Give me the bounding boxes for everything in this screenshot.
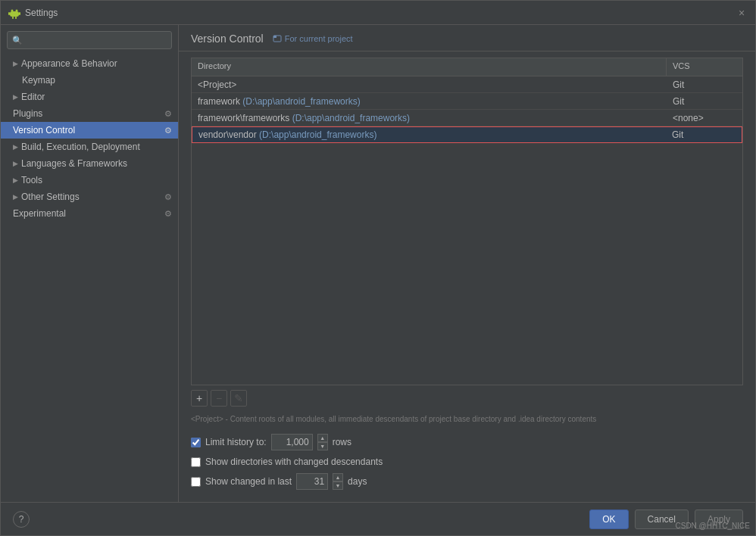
table-cell-vcs: Git bbox=[666, 127, 742, 142]
sidebar-item-version-control[interactable]: Version Control ⚙ bbox=[1, 122, 178, 139]
help-button[interactable]: ? bbox=[13, 511, 30, 528]
title-bar: Settings × bbox=[1, 1, 755, 25]
dir-name: <Project> bbox=[198, 79, 236, 90]
apply-button[interactable]: Apply bbox=[695, 510, 743, 529]
sidebar-item-languages[interactable]: ▶ Languages & Frameworks bbox=[1, 155, 178, 172]
dir-name: framework\frameworks bbox=[198, 113, 289, 123]
spinner-down[interactable]: ▼ bbox=[333, 481, 343, 490]
sidebar-item-build[interactable]: ▶ Build, Execution, Deployment bbox=[1, 139, 178, 155]
show-changed-option: Show changed in last ▲ ▼ days bbox=[191, 473, 743, 490]
svg-rect-6 bbox=[15, 17, 17, 19]
search-icon: 🔍 bbox=[12, 36, 23, 45]
bottom-bar: ? OK Cancel Apply bbox=[1, 502, 755, 535]
svg-rect-4 bbox=[19, 12, 20, 15]
subtitle-label: For current project bbox=[285, 34, 353, 43]
limit-history-option: Limit history to: ▲ ▼ rows bbox=[191, 434, 743, 450]
sidebar-item-label: Plugins bbox=[13, 108, 161, 119]
config-icon: ⚙ bbox=[164, 209, 172, 219]
config-icon: ⚙ bbox=[164, 126, 172, 136]
dialog-title: Settings bbox=[25, 8, 736, 18]
table-cell-directory: vendor\vendor (D:\app\android_frameworks… bbox=[192, 127, 666, 142]
table-cell-directory: framework (D:\app\android_frameworks) bbox=[192, 94, 667, 109]
content-subtitle: For current project bbox=[273, 34, 353, 43]
table-row[interactable]: framework (D:\app\android_frameworks) Gi… bbox=[192, 93, 742, 110]
table-cell-directory: framework\frameworks (D:\app\android_fra… bbox=[192, 111, 667, 126]
sidebar-item-other[interactable]: ▶ Other Settings ⚙ bbox=[1, 189, 178, 205]
table-header: Directory VCS bbox=[192, 58, 742, 76]
column-header-directory: Directory bbox=[192, 58, 667, 76]
vcs-table: Directory VCS <Project> Git framework (D… bbox=[191, 58, 743, 385]
limit-history-input[interactable] bbox=[271, 434, 313, 450]
table-cell-vcs: Git bbox=[667, 77, 742, 92]
sidebar-item-label: Experimental bbox=[13, 208, 161, 219]
expand-arrow: ▶ bbox=[13, 193, 18, 201]
dialog-body: 🔍 ▶ Appearance & Behavior Keymap ▶ Edito… bbox=[1, 25, 755, 502]
limit-history-suffix: rows bbox=[333, 437, 351, 447]
options-area: Limit history to: ▲ ▼ rows Show director… bbox=[179, 428, 755, 502]
sidebar: 🔍 ▶ Appearance & Behavior Keymap ▶ Edito… bbox=[1, 25, 179, 502]
dir-path: (D:\app\android_frameworks) bbox=[289, 113, 410, 123]
column-header-vcs: VCS bbox=[667, 58, 742, 76]
search-box[interactable]: 🔍 bbox=[7, 31, 172, 49]
table-cell-vcs: Git bbox=[667, 94, 742, 109]
show-directories-label: Show directories with changed descendant… bbox=[205, 457, 383, 467]
sidebar-item-label: Build, Execution, Deployment bbox=[21, 142, 172, 152]
sidebar-item-keymap[interactable]: Keymap bbox=[1, 72, 178, 89]
expand-arrow: ▶ bbox=[13, 176, 18, 184]
hint-text: <Project> - Content roots of all modules… bbox=[179, 411, 755, 428]
sidebar-item-plugins[interactable]: Plugins ⚙ bbox=[1, 105, 178, 122]
show-changed-input[interactable] bbox=[296, 473, 328, 490]
table-cell-directory: <Project> bbox=[192, 77, 667, 92]
sidebar-item-editor[interactable]: ▶ Editor bbox=[1, 89, 178, 105]
sidebar-item-label: Other Settings bbox=[21, 192, 161, 202]
add-button[interactable]: + bbox=[191, 390, 208, 407]
dir-path: (D:\app\android_frameworks) bbox=[257, 129, 377, 140]
dir-name: vendor\vendor bbox=[198, 129, 257, 140]
table-toolbar: + − ✎ bbox=[179, 385, 755, 411]
expand-arrow: ▶ bbox=[13, 143, 18, 151]
edit-button[interactable]: ✎ bbox=[230, 390, 247, 407]
limit-history-label: Limit history to: bbox=[205, 437, 267, 447]
close-button[interactable]: × bbox=[736, 7, 748, 19]
spinner-up[interactable]: ▲ bbox=[317, 434, 328, 442]
config-icon: ⚙ bbox=[164, 192, 172, 202]
dir-path: (D:\app\android_frameworks) bbox=[240, 96, 361, 107]
content-area: Version Control For current project Dire… bbox=[179, 25, 755, 502]
table-row-selected[interactable]: vendor\vendor (D:\app\android_frameworks… bbox=[192, 126, 742, 143]
cancel-button[interactable]: Cancel bbox=[635, 510, 689, 529]
sidebar-item-experimental[interactable]: Experimental ⚙ bbox=[1, 205, 178, 222]
sidebar-item-tools[interactable]: ▶ Tools bbox=[1, 172, 178, 189]
svg-rect-3 bbox=[8, 12, 10, 15]
sidebar-item-label: Keymap bbox=[22, 75, 172, 86]
table-row[interactable]: framework\frameworks (D:\app\android_fra… bbox=[192, 110, 742, 126]
spinner-up[interactable]: ▲ bbox=[333, 473, 343, 481]
svg-rect-2 bbox=[10, 11, 19, 17]
ok-button[interactable]: OK bbox=[589, 510, 628, 529]
search-input[interactable] bbox=[26, 35, 167, 45]
expand-arrow: ▶ bbox=[13, 60, 18, 67]
limit-history-spinner: ▲ ▼ bbox=[317, 434, 328, 450]
dir-name: framework bbox=[198, 96, 240, 107]
show-changed-label: Show changed in last bbox=[205, 476, 292, 487]
show-directories-checkbox[interactable] bbox=[191, 457, 201, 467]
table-row[interactable]: <Project> Git bbox=[192, 76, 742, 93]
remove-button[interactable]: − bbox=[211, 390, 227, 407]
content-main: Directory VCS <Project> Git framework (D… bbox=[179, 51, 755, 502]
expand-arrow: ▶ bbox=[13, 93, 18, 101]
spinner-down[interactable]: ▼ bbox=[317, 442, 328, 450]
table-cell-vcs: <none> bbox=[667, 111, 742, 126]
app-icon bbox=[8, 7, 20, 19]
sidebar-item-label: Languages & Frameworks bbox=[21, 158, 172, 169]
show-changed-spinner: ▲ ▼ bbox=[333, 473, 343, 490]
sidebar-item-label: Appearance & Behavior bbox=[21, 58, 172, 69]
sidebar-item-appearance[interactable]: ▶ Appearance & Behavior bbox=[1, 55, 178, 72]
sidebar-item-label: Editor bbox=[21, 92, 172, 102]
svg-rect-5 bbox=[12, 17, 14, 19]
sidebar-item-label: Tools bbox=[21, 175, 172, 185]
content-header: Version Control For current project bbox=[179, 25, 755, 51]
show-changed-checkbox[interactable] bbox=[191, 477, 201, 487]
limit-history-checkbox[interactable] bbox=[191, 438, 201, 447]
config-icon: ⚙ bbox=[164, 109, 172, 119]
show-changed-suffix: days bbox=[348, 476, 367, 487]
show-directories-option: Show directories with changed descendant… bbox=[191, 457, 743, 467]
